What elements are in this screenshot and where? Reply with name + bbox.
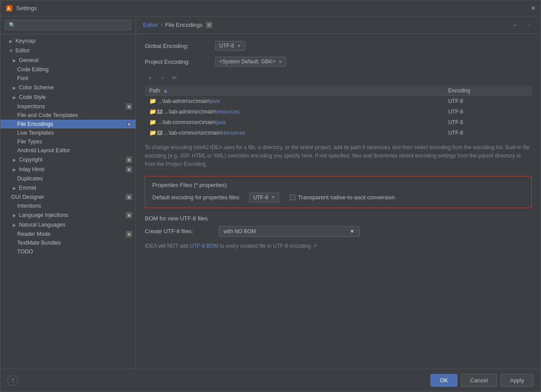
- dropdown-arrow-icon: ▼: [271, 195, 275, 200]
- project-encoding-row: Project Encoding: <System Default: GBK> …: [145, 57, 532, 66]
- sidebar-item-label: Color Scheme: [19, 84, 132, 91]
- table-cell-path: 📁≡...\lab-common\src\main\resources: [145, 128, 444, 138]
- sidebar-item-label: TODO: [17, 249, 132, 255]
- sidebar-item-general[interactable]: ▶ General: [0, 55, 136, 65]
- badge-icon: ▣: [126, 212, 132, 218]
- expand-icon: ▶: [11, 57, 18, 64]
- dialog-title: Settings: [16, 5, 531, 11]
- edit-button[interactable]: ✏: [169, 73, 180, 83]
- sidebar-item-editor[interactable]: ▼ Editor: [0, 46, 136, 55]
- sidebar-item-label: Inspections: [17, 103, 126, 110]
- cancel-button[interactable]: Cancel: [461, 374, 497, 387]
- sidebar-item-label: Android Layout Editor: [17, 147, 132, 154]
- encoding-table: Path ▲ Encoding 📁...\lab-admin\src\main\…: [145, 86, 532, 138]
- bom-create-row: Create UTF-8 files: with NO BOM ▼: [145, 226, 532, 237]
- close-button[interactable]: ×: [531, 4, 535, 12]
- sidebar-item-label: Code Style: [19, 94, 132, 100]
- expand-icon: ▶: [11, 212, 18, 219]
- settings-content: Global Encoding: UTF-8 ▼ Project Encodin…: [136, 34, 541, 369]
- sidebar-item-file-types[interactable]: File Types: [0, 137, 136, 146]
- nav-back-button[interactable]: ←: [511, 21, 520, 29]
- file-folder-icon: 📁≡: [149, 108, 162, 115]
- sort-icon: ▲: [163, 88, 168, 94]
- sidebar-item-duplicates[interactable]: Duplicates: [0, 174, 136, 183]
- search-box: [0, 16, 136, 34]
- sidebar-item-inspections[interactable]: Inspections ▣: [0, 102, 136, 111]
- svg-text:A: A: [7, 6, 10, 11]
- expand-icon: ▶: [11, 94, 18, 101]
- settings-dialog: A Settings × ▶ Keymap ▼ Editor: [0, 0, 541, 392]
- sidebar-item-label: Live Templates: [17, 130, 132, 136]
- sidebar-item-label: Emmet: [19, 185, 132, 191]
- sidebar-item-language-injections[interactable]: ▶ Language Injections ▣: [0, 210, 136, 220]
- sidebar-item-file-code-templates[interactable]: File and Code Templates: [0, 111, 136, 120]
- expand-icon: ▶: [7, 37, 15, 44]
- sidebar-item-reader-mode[interactable]: Reader Mode ▣: [0, 230, 136, 238]
- search-input[interactable]: [5, 20, 131, 30]
- table-row[interactable]: 📁≡...\lab-common\src\main\resourcesUTF-8: [145, 128, 532, 138]
- sidebar-item-label: Copyright: [19, 157, 43, 163]
- bom-info: IDEA will NOT add UTF-8 BOM to every cre…: [145, 243, 532, 249]
- sidebar-item-label: Font: [17, 75, 132, 81]
- col-path-header[interactable]: Path ▲: [145, 86, 444, 96]
- table-row[interactable]: 📁≡...\lab-admin\src\main\resourcesUTF-8: [145, 106, 532, 117]
- sidebar-item-label: Reader Mode: [17, 231, 126, 237]
- badge-icon: ▣: [126, 103, 132, 110]
- ok-button[interactable]: OK: [431, 374, 457, 387]
- add-button[interactable]: +: [145, 73, 155, 83]
- sidebar-item-inlay-hints[interactable]: ▶ Inlay Hints ▣: [0, 165, 136, 174]
- sidebar-item-font[interactable]: Font: [0, 74, 136, 83]
- sidebar-item-code-editing[interactable]: Code Editing: [0, 65, 136, 74]
- sidebar-item-color-scheme[interactable]: ▶ Color Scheme: [0, 83, 136, 92]
- properties-section-title: Properties Files (*.properties): [152, 182, 524, 188]
- sidebar-item-android-layout-editor[interactable]: Android Layout Editor: [0, 146, 136, 155]
- sidebar-item-intentions[interactable]: Intentions: [0, 201, 136, 210]
- encoding-toolbar: + − ✏: [145, 73, 532, 83]
- table-cell-encoding: UTF-8: [444, 96, 532, 106]
- bom-dropdown-arrow-icon: ▼: [350, 228, 355, 234]
- sidebar-item-label: File Encodings: [17, 121, 126, 127]
- remove-button[interactable]: −: [157, 73, 168, 83]
- sidebar-item-label: Keymap: [15, 38, 132, 44]
- table-row[interactable]: 📁...\lab-admin\src\main\javaUTF-8: [145, 96, 532, 106]
- help-button[interactable]: ?: [7, 375, 18, 386]
- breadcrumb-bar: Editor › File Encodings ⊞ ← →: [136, 16, 541, 34]
- breadcrumb-parent[interactable]: Editor: [143, 22, 158, 28]
- sidebar-item-copyright[interactable]: ▶ Copyright ▣: [0, 155, 136, 165]
- folder-icon: 📁: [149, 119, 156, 125]
- project-encoding-label: Project Encoding:: [145, 59, 215, 65]
- footer-buttons: OK Cancel Apply: [431, 374, 534, 387]
- main-panel: Editor › File Encodings ⊞ ← → Global Enc…: [136, 16, 541, 369]
- table-cell-path: 📁...\lab-common\src\main\java: [145, 117, 444, 128]
- table-row[interactable]: 📁...\lab-common\src\main\javaUTF-8: [145, 117, 532, 128]
- sidebar-item-todo[interactable]: TODO: [0, 247, 136, 256]
- expand-icon: ▶: [11, 184, 18, 191]
- content-area: ▶ Keymap ▼ Editor ▶ General Code Editing: [0, 16, 541, 369]
- col-encoding-header[interactable]: Encoding: [444, 86, 532, 96]
- breadcrumb-settings-icon[interactable]: ⊞: [206, 22, 212, 28]
- sidebar-item-code-style[interactable]: ▶ Code Style: [0, 92, 136, 102]
- sidebar-item-live-templates[interactable]: Live Templates: [0, 128, 136, 137]
- badge-icon: ▣: [126, 231, 132, 237]
- sidebar-item-file-encodings[interactable]: File Encodings ▣: [0, 120, 136, 128]
- sidebar-item-emmet[interactable]: ▶ Emmet: [0, 183, 136, 193]
- sidebar-item-keymap[interactable]: ▶ Keymap: [0, 36, 136, 46]
- breadcrumb-current: File Encodings: [165, 22, 202, 28]
- sidebar-item-gui-designer[interactable]: GUI Designer ▣: [0, 193, 136, 201]
- apply-button[interactable]: Apply: [501, 374, 534, 387]
- bom-info-link[interactable]: UTF-8 BOM: [190, 243, 218, 249]
- bom-info-post: to every created file in UTF-8 encoding …: [218, 243, 317, 249]
- expand-icon: ▶: [11, 166, 18, 173]
- properties-encoding-dropdown[interactable]: UTF-8 ▼: [249, 193, 279, 202]
- transparent-conversion-checkbox[interactable]: [290, 194, 295, 200]
- sidebar-item-natural-languages[interactable]: ▶ Natural Languages: [0, 220, 136, 230]
- sidebar-item-label: Natural Languages: [19, 222, 132, 228]
- encoding-info-text: To change encoding IntelliJ IDEA uses fo…: [145, 143, 532, 169]
- bom-create-dropdown[interactable]: with NO BOM ▼: [219, 226, 360, 237]
- global-encoding-dropdown[interactable]: UTF-8 ▼: [215, 41, 245, 51]
- title-bar: A Settings ×: [0, 0, 541, 16]
- project-encoding-dropdown[interactable]: <System Default: GBK> ▼: [215, 57, 286, 66]
- nav-forward-button[interactable]: →: [524, 21, 534, 29]
- sidebar-item-textmate-bundles[interactable]: TextMate Bundles: [0, 238, 136, 247]
- sidebar-item-label: File and Code Templates: [17, 112, 132, 118]
